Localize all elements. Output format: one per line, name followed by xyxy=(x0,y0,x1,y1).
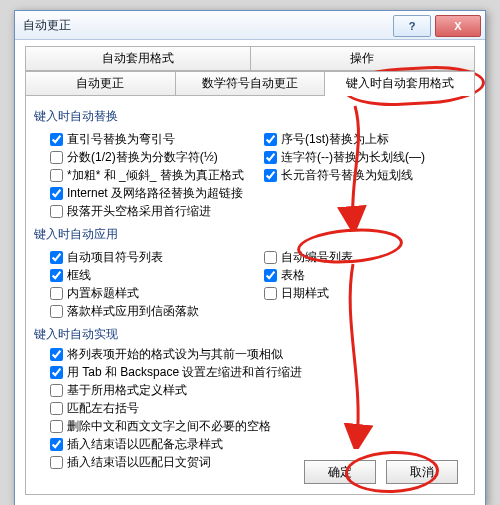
lbl-indent: 段落开头空格采用首行缩进 xyxy=(67,204,211,219)
lbl-long-vowel: 长元音符号替换为短划线 xyxy=(281,168,413,183)
chk-border-lines[interactable] xyxy=(50,269,63,282)
section1-left: 直引号替换为弯引号 分数(1/2)替换为分数字符(½) *加粗* 和 _倾斜_ … xyxy=(36,129,250,222)
lbl-hyperlinks: Internet 及网络路径替换为超链接 xyxy=(67,186,243,201)
chk-long-vowel[interactable] xyxy=(264,169,277,182)
lbl-bullet-list: 自动项目符号列表 xyxy=(67,250,163,265)
chk-numbered-list[interactable] xyxy=(264,251,277,264)
dialog-buttons: 确定 取消 xyxy=(304,460,458,484)
autocorrect-dialog: 自动更正 ? X 自动套用格式 操作 自动更正 数学符号自动更正 键入时自动套用… xyxy=(14,10,486,505)
lbl-closing-style: 落款样式应用到信函落款 xyxy=(67,304,199,319)
lbl-fractions: 分数(1/2)替换为分数字符(½) xyxy=(67,150,218,165)
title-bar: 自动更正 ? X xyxy=(15,11,485,40)
chk-closing-style[interactable] xyxy=(50,305,63,318)
chk-tab-backspace[interactable] xyxy=(50,366,63,379)
chk-date-style[interactable] xyxy=(264,287,277,300)
tab-auto-format[interactable]: 自动套用格式 xyxy=(25,46,251,71)
section-title-replace: 键入时自动替换 xyxy=(34,108,464,125)
tab-actions[interactable]: 操作 xyxy=(251,46,476,71)
lbl-numbered-list: 自动编号列表 xyxy=(281,250,353,265)
chk-format-list-item[interactable] xyxy=(50,348,63,361)
chk-straight-quotes[interactable] xyxy=(50,133,63,146)
section-title-auto: 键入时自动实现 xyxy=(34,326,464,343)
chk-ordinals[interactable] xyxy=(264,133,277,146)
chk-heading-styles[interactable] xyxy=(50,287,63,300)
section-title-apply: 键入时自动应用 xyxy=(34,226,464,243)
chk-jp-greeting[interactable] xyxy=(50,456,63,469)
chk-fractions[interactable] xyxy=(50,151,63,164)
tab-row-1: 自动套用格式 操作 xyxy=(25,46,475,71)
lbl-tab-backspace: 用 Tab 和 Backspace 设置左缩进和首行缩进 xyxy=(67,365,302,380)
chk-memo-closing[interactable] xyxy=(50,438,63,451)
help-icon: ? xyxy=(409,20,416,32)
section1-right: 序号(1st)替换为上标 连字符(--)替换为长划线(—) 长元音符号替换为短划… xyxy=(250,129,464,222)
lbl-format-list-item: 将列表项开始的格式设为与其前一项相似 xyxy=(67,347,283,362)
ok-button[interactable]: 确定 xyxy=(304,460,376,484)
tab-math-autocorrect[interactable]: 数学符号自动更正 xyxy=(176,71,326,96)
cancel-button[interactable]: 取消 xyxy=(386,460,458,484)
section2-right: 自动编号列表 表格 日期样式 xyxy=(250,247,464,322)
lbl-dashes: 连字符(--)替换为长划线(—) xyxy=(281,150,425,165)
lbl-bold-italic: *加粗* 和 _倾斜_ 替换为真正格式 xyxy=(67,168,244,183)
lbl-date-style: 日期样式 xyxy=(281,286,329,301)
dialog-body: 自动套用格式 操作 自动更正 数学符号自动更正 键入时自动套用格式 键入时自动替… xyxy=(15,40,485,505)
chk-tables[interactable] xyxy=(264,269,277,282)
lbl-remove-space: 删除中文和西文文字之间不必要的空格 xyxy=(67,419,271,434)
lbl-match-brackets: 匹配左右括号 xyxy=(67,401,139,416)
tab-panel: 键入时自动替换 直引号替换为弯引号 分数(1/2)替换为分数字符(½) *加粗*… xyxy=(25,96,475,495)
chk-bold-italic[interactable] xyxy=(50,169,63,182)
chk-define-styles[interactable] xyxy=(50,384,63,397)
help-button[interactable]: ? xyxy=(393,15,431,37)
chk-dashes[interactable] xyxy=(264,151,277,164)
lbl-border-lines: 框线 xyxy=(67,268,91,283)
chk-hyperlinks[interactable] xyxy=(50,187,63,200)
lbl-straight-quotes: 直引号替换为弯引号 xyxy=(67,132,175,147)
tab-autocorrect[interactable]: 自动更正 xyxy=(25,71,176,96)
tab-autoformat-as-you-type[interactable]: 键入时自动套用格式 xyxy=(325,71,475,96)
chk-indent[interactable] xyxy=(50,205,63,218)
tab-row-2: 自动更正 数学符号自动更正 键入时自动套用格式 xyxy=(25,71,475,96)
chk-match-brackets[interactable] xyxy=(50,402,63,415)
lbl-heading-styles: 内置标题样式 xyxy=(67,286,139,301)
section2-left: 自动项目符号列表 框线 内置标题样式 落款样式应用到信函落款 xyxy=(36,247,250,322)
lbl-tables: 表格 xyxy=(281,268,305,283)
lbl-memo-closing: 插入结束语以匹配备忘录样式 xyxy=(67,437,223,452)
close-button[interactable]: X xyxy=(435,15,481,37)
lbl-jp-greeting: 插入结束语以匹配日文贺词 xyxy=(67,455,211,470)
lbl-define-styles: 基于所用格式定义样式 xyxy=(67,383,187,398)
chk-bullet-list[interactable] xyxy=(50,251,63,264)
lbl-ordinals: 序号(1st)替换为上标 xyxy=(281,132,389,147)
chk-remove-space[interactable] xyxy=(50,420,63,433)
section3: 将列表项开始的格式设为与其前一项相似 用 Tab 和 Backspace 设置左… xyxy=(36,347,464,470)
close-icon: X xyxy=(454,20,461,32)
dialog-title: 自动更正 xyxy=(23,17,393,34)
